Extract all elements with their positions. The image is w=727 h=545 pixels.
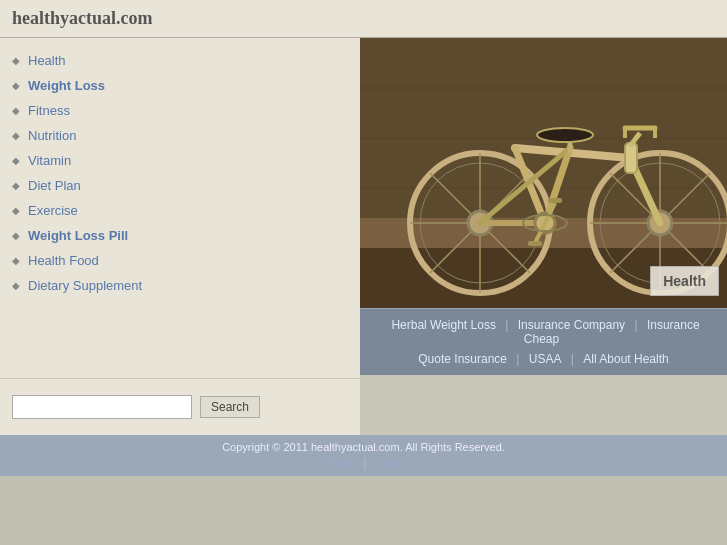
bullet-icon: ◆ xyxy=(12,255,20,266)
bike-image: Health xyxy=(360,38,727,308)
bullet-icon: ◆ xyxy=(12,230,20,241)
link-all-about-health[interactable]: All About Health xyxy=(583,352,668,366)
search-input[interactable] xyxy=(12,395,192,419)
link-usaa[interactable]: USAA xyxy=(529,352,562,366)
sidebar-item-nutrition[interactable]: ◆Nutrition xyxy=(0,123,360,148)
sidebar-item-health-food[interactable]: ◆Health Food xyxy=(0,248,360,273)
health-badge-label: Health xyxy=(663,273,706,289)
search-area: Search xyxy=(0,378,360,435)
links-bar: Herbal Weight Loss | Insurance Company |… xyxy=(360,308,727,375)
sidebar-item-health[interactable]: ◆Health xyxy=(0,48,360,73)
bullet-icon: ◆ xyxy=(12,280,20,291)
sidebar-item-label: Exercise xyxy=(28,203,78,218)
search-button[interactable]: Search xyxy=(200,396,260,418)
footer: Copyright © 2011 healthyactual.com. All … xyxy=(0,435,727,476)
app: healthyactual.com ◆Health◆Weight Loss◆Fi… xyxy=(0,0,727,545)
sidebar-item-diet-plan[interactable]: ◆Diet Plan xyxy=(0,173,360,198)
links-row-2: Quote Insurance | USAA | All About Healt… xyxy=(368,349,719,369)
sidebar-item-label: Diet Plan xyxy=(28,178,81,193)
footer-link-home[interactable]: Home xyxy=(324,456,356,470)
sidebar-item-vitamin[interactable]: ◆Vitamin xyxy=(0,148,360,173)
svg-point-39 xyxy=(537,128,593,142)
sidebar-item-label: Dietary Supplement xyxy=(28,278,142,293)
link-quote-insurance[interactable]: Quote Insurance xyxy=(418,352,507,366)
footer-separator: | xyxy=(363,456,366,470)
svg-rect-36 xyxy=(625,143,637,173)
sidebar-item-exercise[interactable]: ◆Exercise xyxy=(0,198,360,223)
bullet-icon: ◆ xyxy=(12,55,20,66)
footer-link-legal[interactable]: Legal xyxy=(374,456,403,470)
bullet-icon: ◆ xyxy=(12,205,20,216)
copyright-text: Copyright © 2011 healthyactual.com. All … xyxy=(6,441,721,453)
sidebar-item-fitness[interactable]: ◆Fitness xyxy=(0,98,360,123)
sidebar: ◆Health◆Weight Loss◆Fitness◆Nutrition◆Vi… xyxy=(0,38,360,378)
sidebar-item-label: Health xyxy=(28,53,66,68)
bullet-icon: ◆ xyxy=(12,180,20,191)
sidebar-item-label: Health Food xyxy=(28,253,99,268)
main-layout: ◆Health◆Weight Loss◆Fitness◆Nutrition◆Vi… xyxy=(0,38,727,435)
separator-1: | xyxy=(505,318,508,332)
bullet-icon: ◆ xyxy=(12,130,20,141)
sidebar-item-label: Nutrition xyxy=(28,128,76,143)
header: healthyactual.com xyxy=(0,0,727,38)
separator-3: | xyxy=(516,352,519,366)
sidebar-item-label: Vitamin xyxy=(28,153,71,168)
right-panel: Health Herbal Weight Loss | Insurance Co… xyxy=(360,38,727,435)
svg-rect-47 xyxy=(548,198,562,203)
link-insurance-company[interactable]: Insurance Company xyxy=(518,318,625,332)
separator-4: | xyxy=(571,352,574,366)
sidebar-item-weight-loss[interactable]: ◆Weight Loss xyxy=(0,73,360,98)
bottom-gray-area xyxy=(0,476,727,545)
svg-rect-45 xyxy=(528,241,542,246)
footer-links: Home | Legal xyxy=(6,456,721,470)
bullet-icon: ◆ xyxy=(12,105,20,116)
sidebar-item-label: Weight Loss Pill xyxy=(28,228,128,243)
link-herbal-weight-loss[interactable]: Herbal Weight Loss xyxy=(391,318,496,332)
links-row-1: Herbal Weight Loss | Insurance Company |… xyxy=(368,315,719,349)
separator-2: | xyxy=(634,318,637,332)
bullet-icon: ◆ xyxy=(12,80,20,91)
sidebar-item-weight-loss-pill[interactable]: ◆Weight Loss Pill xyxy=(0,223,360,248)
sidebar-item-dietary-supplement[interactable]: ◆Dietary Supplement xyxy=(0,273,360,298)
health-badge: Health xyxy=(650,266,719,296)
sidebar-item-label: Weight Loss xyxy=(28,78,105,93)
bullet-icon: ◆ xyxy=(12,155,20,166)
site-title: healthyactual.com xyxy=(12,8,152,28)
sidebar-item-label: Fitness xyxy=(28,103,70,118)
